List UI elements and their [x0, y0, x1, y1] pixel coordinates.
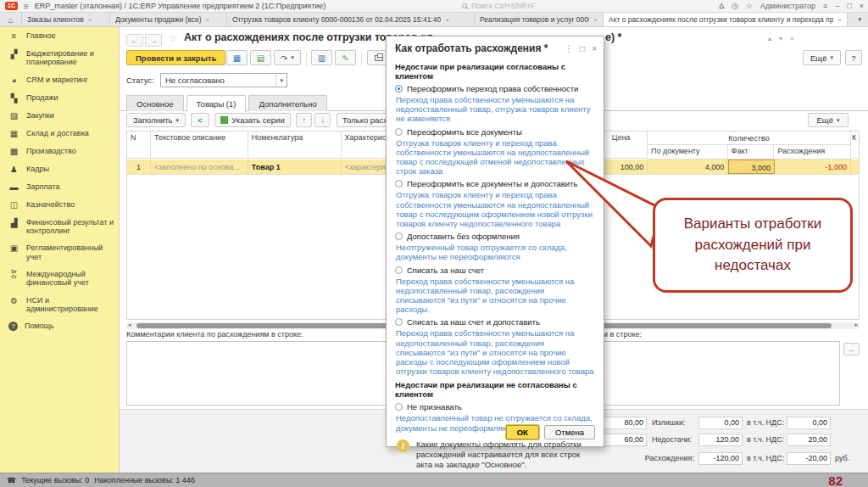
- form-collapse-icon[interactable]: ▴: [768, 35, 771, 42]
- radio-icon[interactable]: [395, 403, 403, 411]
- scroll-left-icon[interactable]: ◂: [128, 322, 131, 328]
- option-write-off-and-redeliver[interactable]: Списать за наш счет и допоставить: [395, 317, 595, 327]
- tab-home[interactable]: ⌂: [0, 13, 22, 26]
- sidebar-item-nsi-administration[interactable]: ⚙НСИ и администрирование: [0, 292, 119, 318]
- form-help-button[interactable]: ?: [845, 50, 862, 65]
- ok-button[interactable]: ОК: [506, 425, 539, 439]
- dialog-maximize-icon[interactable]: □: [580, 44, 585, 53]
- move-down-button[interactable]: ↓: [314, 113, 331, 127]
- sidebar-item-payroll[interactable]: ▬Зарплата: [0, 178, 119, 196]
- radio-icon[interactable]: [395, 232, 403, 240]
- share-button[interactable]: <: [191, 113, 209, 127]
- sidebar-item-purchases[interactable]: ▨Закупки: [0, 107, 119, 125]
- fill-button[interactable]: Заполнить▾: [126, 113, 186, 127]
- post-document-button[interactable]: ▤: [250, 50, 271, 65]
- tab-orders[interactable]: Заказы клиентов ×: [22, 13, 110, 26]
- service-menu-icon[interactable]: ≡: [823, 2, 827, 10]
- maximize-icon[interactable]: □: [847, 2, 851, 10]
- sidebar-item-crm[interactable]: ◕CRM и маркетинг: [0, 71, 119, 89]
- sidebar-item-budgeting[interactable]: ▞Бюджетирование и планирование: [0, 45, 119, 71]
- close-tab-icon[interactable]: ×: [593, 16, 598, 24]
- dialog-close-icon[interactable]: ×: [592, 44, 597, 53]
- tab-discrepancy-act-active[interactable]: Акт о расхождениях после отгрузки товаро…: [604, 13, 848, 26]
- tab-main[interactable]: Основное: [126, 95, 184, 111]
- post-and-close-button[interactable]: Провести и закрыть: [126, 50, 225, 65]
- col-header-k[interactable]: К: [851, 132, 859, 159]
- close-tab-icon[interactable]: ×: [206, 16, 210, 24]
- col-header-discrepancy[interactable]: Расхождения: [774, 145, 850, 159]
- edit-button[interactable]: ✎: [335, 50, 356, 65]
- radio-icon[interactable]: [395, 180, 403, 188]
- combobox-caret-icon[interactable]: ▾: [275, 74, 287, 87]
- create-based-on-button[interactable]: ↷▾: [274, 50, 301, 65]
- specify-series-button[interactable]: Указать серии: [214, 113, 291, 127]
- tab-additional[interactable]: Дополнительно: [248, 95, 326, 111]
- move-up-button[interactable]: ↑: [296, 113, 312, 127]
- form-more-button[interactable]: Ещё▾: [803, 50, 841, 65]
- notifications-bell-icon[interactable]: Δ: [719, 2, 724, 10]
- sidebar-item-production[interactable]: ▩Производство: [0, 143, 119, 160]
- back-button[interactable]: ←: [126, 34, 143, 47]
- col-header-quantity[interactable]: Количество: [648, 132, 850, 145]
- cell-fact-editing[interactable]: 3,000: [728, 160, 775, 174]
- sidebar-item-financial-result[interactable]: ▟Финансовый результат и контроллинг: [0, 214, 119, 240]
- tab-goods[interactable]: Товары (1): [186, 95, 247, 112]
- sidebar-item-treasury[interactable]: ◫Казначейство: [0, 196, 119, 214]
- main-menu-icon[interactable]: ≡: [24, 2, 29, 11]
- structure-button[interactable]: ▥: [311, 50, 332, 65]
- option-reissue-ownership[interactable]: Переоформить переход права собственности: [395, 84, 595, 93]
- tab-realization[interactable]: Реализация товаров и услуг 0000-000119 о…: [475, 13, 604, 26]
- cancel-button[interactable]: Отмена: [544, 425, 595, 439]
- close-tab-icon[interactable]: ×: [837, 16, 842, 24]
- close-tab-icon[interactable]: ×: [445, 16, 449, 24]
- tab-list-dropdown-icon[interactable]: ▾: [851, 13, 868, 26]
- radio-icon[interactable]: [395, 128, 403, 136]
- option-do-not-recognize[interactable]: Не признавать: [395, 402, 595, 411]
- option-redeliver-without-reissue[interactable]: Допоставить без оформления: [395, 232, 595, 241]
- col-header-fact[interactable]: Факт: [728, 145, 775, 159]
- option-reissue-and-redeliver[interactable]: Переоформить все документы и допоставить: [395, 179, 595, 188]
- close-icon[interactable]: ×: [860, 2, 864, 10]
- sidebar-item-sales[interactable]: ▚Продажи: [0, 89, 119, 107]
- radio-icon[interactable]: [395, 266, 403, 274]
- global-search[interactable]: Поиск Ctrl+Shift+F: [462, 2, 535, 10]
- radio-icon[interactable]: [395, 318, 403, 326]
- col-header-n[interactable]: N: [127, 132, 151, 159]
- tab-sales-documents[interactable]: Документы продажи (все) ×: [110, 13, 227, 26]
- history-icon[interactable]: ◷: [732, 2, 738, 10]
- col-header-nomenclature[interactable]: Номенклатура: [248, 132, 342, 159]
- option-write-off[interactable]: Списать за наш счет: [395, 266, 595, 275]
- cell-nomenclature[interactable]: Товар 1: [248, 160, 342, 174]
- minimize-icon[interactable]: –: [835, 2, 839, 10]
- tab-shipment[interactable]: Отгрузка товаров клиенту 0000-000136 от …: [227, 13, 475, 26]
- cell-discrepancy[interactable]: -1,000: [775, 160, 851, 174]
- sidebar-item-international-accounting[interactable]: Dr CrМеждународный финансовый учет: [0, 266, 119, 292]
- cell-text[interactable]: <заполнено по основа...: [151, 160, 248, 174]
- comments-more-button[interactable]: ...: [843, 343, 860, 355]
- radio-selected-icon[interactable]: [395, 85, 403, 92]
- table-more-button[interactable]: Ещё▾: [808, 113, 849, 127]
- sidebar-item-warehouse[interactable]: ▦Склад и доставка: [0, 125, 119, 143]
- main-icon: ≡: [8, 31, 19, 41]
- scroll-right-icon[interactable]: ▸: [854, 322, 858, 328]
- sidebar-item-hr[interactable]: ♟Кадры: [0, 160, 119, 178]
- forward-button[interactable]: →: [145, 34, 162, 47]
- cell-n[interactable]: 1: [127, 160, 151, 174]
- dialog-menu-icon[interactable]: ⋮: [565, 44, 573, 53]
- save-button[interactable]: ▦: [226, 50, 248, 65]
- purchases-icon: ▨: [8, 111, 19, 120]
- col-header-by-document[interactable]: По документу: [648, 145, 728, 159]
- sidebar-item-main[interactable]: ≡Главное: [0, 27, 119, 45]
- status-combobox[interactable]: Не согласовано ▾: [160, 73, 287, 87]
- col-header-text[interactable]: Текстовое описание: [151, 132, 248, 159]
- option-reissue-all-documents[interactable]: Переоформить все документы: [395, 127, 595, 137]
- form-expand-icon[interactable]: ▾: [779, 35, 782, 42]
- sidebar-item-help[interactable]: ?Помощь: [0, 317, 119, 335]
- cell-by-document[interactable]: 4,000: [648, 160, 728, 174]
- current-user[interactable]: Администратор: [760, 2, 815, 10]
- sidebar-item-regulated-accounting[interactable]: ▣Регламентированный учет: [0, 239, 119, 266]
- favorite-star-icon[interactable]: ☆: [169, 33, 177, 44]
- close-tab-icon[interactable]: ×: [88, 16, 92, 24]
- form-close-icon[interactable]: ×: [790, 35, 794, 42]
- favorites-star-icon[interactable]: ☆: [746, 2, 753, 10]
